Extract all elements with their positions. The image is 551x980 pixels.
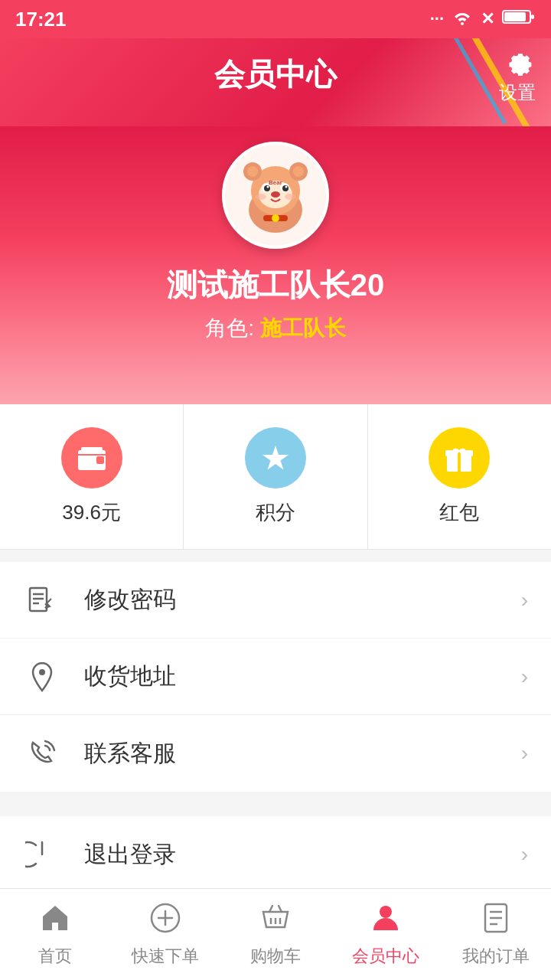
svg-rect-26 bbox=[96, 456, 104, 464]
stat-wallet-value: 39.6元 bbox=[62, 499, 121, 526]
location-icon bbox=[23, 658, 61, 696]
menu-text-logout: 退出登录 bbox=[84, 839, 521, 871]
nav-cart[interactable]: 购物车 bbox=[220, 889, 331, 980]
star-icon bbox=[259, 441, 292, 475]
menu-section-1: 修改密码 › 收货地址 › 联系客服 › bbox=[0, 562, 551, 792]
svg-point-8 bbox=[247, 166, 258, 177]
status-time: 17:21 bbox=[15, 8, 67, 31]
role-value: 施工队长 bbox=[260, 316, 346, 340]
role-row: 角色: 施工队长 bbox=[0, 314, 551, 343]
document-icon bbox=[479, 901, 513, 940]
edit-icon bbox=[23, 581, 61, 619]
battery-icon bbox=[502, 8, 536, 30]
menu-separator bbox=[0, 792, 551, 804]
svg-point-36 bbox=[380, 906, 392, 918]
status-bar: 17:21 ··· ✕ bbox=[0, 0, 551, 38]
plus-circle-icon bbox=[148, 901, 182, 940]
menu-section-2: 退出登录 › bbox=[0, 816, 551, 893]
gift-icon-bg bbox=[429, 427, 490, 488]
nav-my-orders-label: 我的订单 bbox=[462, 945, 530, 968]
menu-item-logout[interactable]: 退出登录 › bbox=[0, 816, 551, 893]
arrow-icon-change-password: › bbox=[521, 588, 528, 612]
nav-member[interactable]: 会员中心 bbox=[331, 889, 441, 980]
svg-point-17 bbox=[285, 186, 288, 188]
nav-home[interactable]: 首页 bbox=[0, 889, 110, 980]
svg-text:Bear: Bear bbox=[269, 179, 282, 186]
menu-item-contact-service[interactable]: 联系客服 › bbox=[0, 715, 551, 792]
settings-button[interactable]: 设置 bbox=[499, 45, 536, 105]
nav-cart-label: 购物车 bbox=[250, 945, 301, 968]
header-title-row: 会员中心 设置 bbox=[0, 46, 551, 103]
stat-redpacket[interactable]: 红包 bbox=[368, 404, 551, 549]
svg-point-18 bbox=[271, 191, 280, 198]
stat-points-label: 积分 bbox=[256, 499, 295, 526]
avatar: Bear bbox=[222, 142, 329, 249]
menu-item-shipping-address[interactable]: 收货地址 › bbox=[0, 639, 551, 715]
username: 测试施工队长20 bbox=[0, 264, 551, 306]
svg-point-22 bbox=[272, 214, 279, 222]
nav-home-label: 首页 bbox=[38, 945, 72, 968]
wallet-icon bbox=[75, 441, 109, 475]
star-icon-bg bbox=[245, 427, 306, 488]
svg-point-10 bbox=[293, 166, 304, 177]
power-icon bbox=[23, 835, 61, 874]
wifi-icon bbox=[452, 8, 473, 30]
svg-rect-25 bbox=[81, 447, 103, 452]
signal-icon: ··· bbox=[430, 9, 444, 29]
svg-point-31 bbox=[39, 669, 45, 675]
arrow-icon-shipping-address: › bbox=[521, 665, 528, 689]
avatar-container: Bear bbox=[0, 126, 551, 249]
svg-rect-29 bbox=[458, 450, 461, 472]
stat-wallet[interactable]: 39.6元 bbox=[0, 404, 184, 549]
svg-point-0 bbox=[461, 22, 464, 25]
gear-icon bbox=[501, 45, 533, 77]
menu-text-shipping-address: 收货地址 bbox=[84, 661, 521, 692]
close-icon: ✕ bbox=[481, 9, 494, 29]
nav-member-label: 会员中心 bbox=[352, 945, 419, 968]
header: 会员中心 设置 bbox=[0, 38, 551, 126]
menu-text-contact-service: 联系客服 bbox=[84, 738, 521, 769]
arrow-icon-logout: › bbox=[521, 842, 528, 867]
nav-my-orders[interactable]: 我的订单 bbox=[441, 889, 551, 980]
svg-point-20 bbox=[285, 194, 295, 200]
stats-row: 39.6元 积分 红包 bbox=[0, 404, 551, 550]
svg-rect-2 bbox=[504, 12, 526, 21]
page-title: 会员中心 bbox=[214, 54, 337, 96]
stat-points[interactable]: 积分 bbox=[184, 404, 367, 549]
nav-quick-order-label: 快速下单 bbox=[132, 945, 199, 968]
wallet-icon-bg bbox=[61, 427, 122, 488]
basket-icon bbox=[259, 901, 292, 940]
phone-icon bbox=[23, 734, 61, 773]
nav-quick-order[interactable]: 快速下单 bbox=[110, 889, 220, 980]
svg-point-19 bbox=[256, 194, 266, 200]
avatar-image: Bear bbox=[225, 145, 326, 246]
settings-label: 设置 bbox=[499, 80, 536, 105]
profile-section: Bear 测试施工队长20 角色: 施工队长 bbox=[0, 126, 551, 404]
home-icon bbox=[38, 901, 72, 940]
arrow-icon-contact-service: › bbox=[521, 741, 528, 766]
bottom-nav: 首页 快速下单 购物车 bbox=[0, 888, 551, 980]
person-icon bbox=[369, 901, 403, 940]
role-prefix: 角色: bbox=[205, 316, 260, 340]
gift-icon bbox=[442, 441, 476, 475]
menu-text-change-password: 修改密码 bbox=[84, 584, 521, 616]
svg-rect-3 bbox=[531, 15, 534, 19]
menu-item-change-password[interactable]: 修改密码 › bbox=[0, 562, 551, 639]
status-icons: ··· ✕ bbox=[430, 8, 536, 30]
stat-redpacket-label: 红包 bbox=[439, 499, 479, 526]
